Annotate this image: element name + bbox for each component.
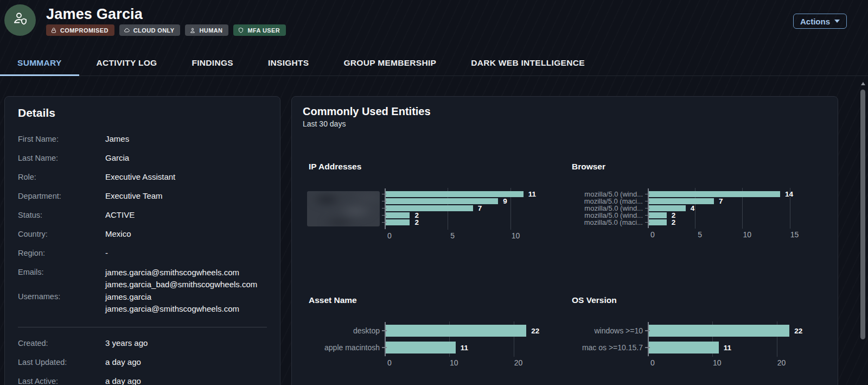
badge-label: MFA USER	[247, 27, 280, 34]
bar-value-label: 2	[414, 218, 419, 226]
category-label: apple macintosh	[309, 342, 380, 354]
bar-value-label: 22	[794, 327, 802, 335]
axis-tick-label: 20	[777, 358, 786, 367]
category-label: mozilla/5.0 (maci...	[572, 198, 643, 204]
detail-row-status: Status:ACTIVE	[18, 210, 267, 220]
chart-body: mozilla/5.0 (wind...mozilla/5.0 (maci...…	[572, 191, 819, 225]
chart-title: Browser	[572, 162, 819, 172]
detail-row-region: Region:-	[18, 248, 267, 258]
bar-row: 11	[385, 191, 532, 197]
detail-row-usernames: Usernames:james.garciajames.garcia@smith…	[18, 291, 267, 315]
actions-button-label: Actions	[800, 17, 830, 26]
detail-row-emails: Emails:james.garcia@smithscogwheels.comj…	[18, 267, 267, 291]
chart-plot: 2211	[648, 325, 795, 354]
bars: 2211	[648, 325, 795, 354]
detail-value: Garcia	[105, 153, 129, 163]
badge-human: HUMAN	[185, 24, 228, 36]
bar-value-label: 9	[503, 197, 507, 205]
chart-title: Asset Name	[309, 295, 572, 305]
bar	[648, 325, 789, 337]
chart-body: windows >=10mac os >=10.15.72211	[572, 325, 819, 354]
user-avatar	[4, 4, 36, 36]
detail-value: Executive Assistant	[105, 172, 175, 182]
category-label: mozilla/5.0 (maci...	[572, 219, 643, 225]
details-title: Details	[18, 106, 267, 119]
category-label: windows >=10	[572, 325, 643, 337]
axis-tick-label: 10	[743, 230, 752, 239]
category-label: desktop	[309, 325, 380, 337]
detail-label: Status:	[18, 210, 105, 220]
axis-tick-label: 5	[698, 230, 702, 239]
chart-labels: desktopapple macintosh	[309, 325, 385, 354]
detail-row-last-active: Last Active:a day ago	[18, 376, 267, 385]
bar	[385, 219, 410, 225]
x-axis: 01020	[390, 358, 537, 368]
tab-summary[interactable]: SUMMARY	[0, 51, 79, 75]
bar-value-label: 2	[672, 218, 676, 226]
scroll-up-arrow-icon[interactable]	[861, 82, 865, 85]
bar	[648, 205, 686, 211]
detail-label: Emails:	[18, 267, 105, 291]
detail-value: james.garcia	[105, 291, 239, 303]
bar-value-label: 11	[528, 190, 536, 198]
chart-body: desktopapple macintosh2211	[309, 325, 572, 354]
bars: 147422	[648, 191, 795, 225]
chart-plot: 119722	[385, 191, 532, 226]
lock-icon	[50, 27, 57, 34]
actions-button[interactable]: Actions	[793, 14, 847, 29]
axis-tick-label: 0	[387, 231, 392, 240]
vertical-scrollbar	[859, 77, 868, 385]
axis-tick-label: 10	[450, 358, 458, 367]
tab-dark-web-intelligence[interactable]: DARK WEB INTELLIGENCE	[454, 51, 602, 75]
detail-values: james.garcia@smithscogwheels.comjames.ga…	[105, 267, 257, 291]
detail-values: a day ago	[105, 376, 141, 385]
bar	[648, 191, 780, 197]
detail-label: Last Active:	[18, 376, 105, 385]
detail-value: james.garcia_bad@smithscogwheels.com	[105, 279, 257, 291]
tab-activity-log[interactable]: ACTIVITY LOG	[79, 51, 175, 75]
bar-value-label: 4	[691, 204, 695, 212]
bar-value-label: 7	[719, 197, 723, 205]
badge-label: COMPROMISED	[60, 27, 108, 34]
detail-value: a day ago	[105, 357, 141, 368]
badge-compromised: COMPROMISED	[46, 24, 114, 36]
bar	[385, 198, 498, 204]
bar	[385, 342, 456, 354]
detail-row-first-name: First Name:James	[18, 134, 267, 144]
detail-row-last-updated: Last Updated:a day ago	[18, 357, 267, 368]
detail-values: a day ago	[105, 357, 141, 368]
entities-subtitle: Last 30 days	[303, 119, 827, 128]
detail-value: 3 years ago	[105, 338, 148, 349]
detail-row-created: Created:3 years ago	[18, 338, 267, 349]
detail-values: 3 years ago	[105, 338, 148, 349]
detail-label: Department:	[18, 191, 105, 201]
detail-values: -	[105, 248, 108, 258]
axis-tick-label: 5	[450, 231, 455, 240]
detail-value: ACTIVE	[105, 210, 135, 220]
tab-findings[interactable]: FINDINGS	[174, 51, 250, 75]
bar	[385, 325, 526, 337]
chart-ip-addresses: IP Addresses1197220510	[309, 162, 572, 241]
detail-value: james.garcia@smithscogwheels.com	[105, 267, 257, 279]
chart-os-version: OS Versionwindows >=10mac os >=10.15.722…	[572, 295, 819, 368]
bar	[385, 212, 410, 218]
bar-value-label: 22	[531, 327, 539, 335]
detail-row-role: Role:Executive Assistant	[18, 172, 267, 182]
tab-insights[interactable]: INSIGHTS	[251, 51, 327, 75]
bar	[385, 205, 473, 211]
chart-plot: 2211	[385, 325, 532, 354]
page-header: James Garcia COMPROMISEDCLOUD ONLYHUMANM…	[0, 0, 868, 76]
badge-cloud-only: CLOUD ONLY	[119, 24, 181, 36]
scrollbar-thumb[interactable]	[860, 90, 865, 339]
person-icon	[189, 27, 196, 34]
chart-labels	[309, 191, 385, 226]
bar	[648, 198, 714, 204]
bar-row: 2	[385, 212, 532, 218]
tab-group-membership[interactable]: GROUP MEMBERSHIP	[327, 51, 454, 75]
detail-label: Role:	[18, 172, 105, 182]
detail-values: Executive Assistant	[105, 172, 175, 182]
chart-labels: mozilla/5.0 (wind...mozilla/5.0 (maci...…	[572, 191, 648, 225]
badge-mfa-user: MFA USER	[233, 24, 286, 36]
detail-label: Country:	[18, 229, 105, 239]
details-card: Details First Name:JamesLast Name:Garcia…	[4, 96, 280, 385]
